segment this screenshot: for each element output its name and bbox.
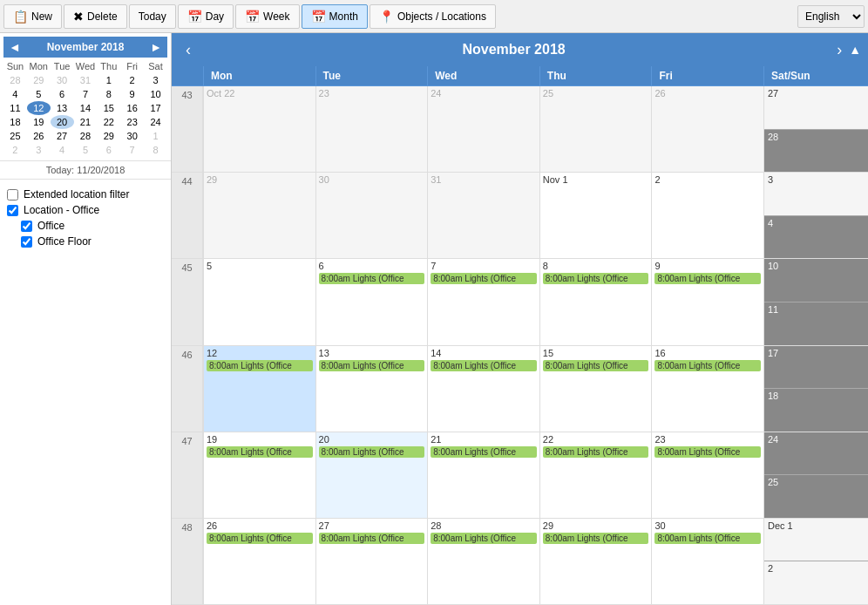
calendar-event[interactable]: 8:00am Lights (Office <box>431 446 537 458</box>
mini-cal-day[interactable]: 25 <box>3 129 27 143</box>
sunday-cell[interactable]: 2 <box>764 561 868 604</box>
mini-cal-day[interactable]: 2 <box>3 143 27 157</box>
mini-cal-day[interactable]: 30 <box>51 73 74 87</box>
calendar-day[interactable]: 88:00am Lights (Office <box>539 259 652 344</box>
cal-prev-button[interactable]: ‹ <box>179 41 198 59</box>
calendar-event[interactable]: 8:00am Lights (Office <box>319 360 425 371</box>
location-filter-item[interactable]: Location - Office <box>7 202 164 218</box>
mini-cal-day[interactable]: 16 <box>120 101 144 115</box>
mini-cal-day[interactable]: 6 <box>97 143 120 157</box>
office-floor-filter-item[interactable]: Office Floor <box>7 234 164 249</box>
mini-cal-day[interactable]: 4 <box>51 143 74 157</box>
calendar-day[interactable]: 168:00am Lights (Office <box>651 346 763 432</box>
sunday-cell[interactable]: 4 <box>764 216 868 259</box>
sunday-cell[interactable]: 25 <box>764 475 868 518</box>
mini-cal-day[interactable]: 8 <box>97 87 120 101</box>
calendar-day[interactable]: 198:00am Lights (Office <box>203 432 315 518</box>
mini-cal-day[interactable]: 15 <box>97 101 120 115</box>
mini-cal-day[interactable]: 28 <box>3 73 27 87</box>
calendar-day[interactable]: 238:00am Lights (Office <box>651 432 763 518</box>
mini-cal-day[interactable]: 10 <box>144 87 167 101</box>
calendar-day[interactable]: 25 <box>539 86 652 172</box>
day-button[interactable]: 📅 Day <box>178 4 234 29</box>
sunday-cell[interactable]: 18 <box>764 389 868 432</box>
calendar-event[interactable]: 8:00am Lights (Office <box>319 273 425 284</box>
calendar-event[interactable]: 8:00am Lights (Office <box>654 360 761 371</box>
calendar-day[interactable]: 68:00am Lights (Office <box>315 259 428 344</box>
office-floor-filter-checkbox[interactable] <box>21 236 32 248</box>
calendar-day[interactable]: 208:00am Lights (Office <box>315 432 428 518</box>
mini-cal-day[interactable]: 1 <box>144 129 167 143</box>
mini-cal-day[interactable]: 29 <box>97 129 120 143</box>
calendar-day[interactable]: 298:00am Lights (Office <box>539 519 652 604</box>
mini-cal-day[interactable]: 4 <box>3 87 27 101</box>
mini-cal-prev[interactable]: ◄ <box>9 40 21 54</box>
cal-expand-button[interactable]: ▲ <box>849 43 861 57</box>
mini-cal-day[interactable]: 12 <box>27 101 51 115</box>
calendar-event[interactable]: 8:00am Lights (Office <box>543 446 649 458</box>
calendar-event[interactable]: 8:00am Lights (Office <box>543 273 649 284</box>
calendar-day[interactable]: 31 <box>427 173 539 258</box>
mini-cal-day[interactable]: 24 <box>144 115 167 129</box>
mini-cal-day[interactable]: 9 <box>120 87 144 101</box>
mini-cal-day[interactable]: 7 <box>74 87 98 101</box>
calendar-day[interactable]: 23 <box>315 86 428 172</box>
mini-cal-day[interactable]: 13 <box>51 101 74 115</box>
calendar-event[interactable]: 8:00am Lights (Office <box>319 446 425 458</box>
calendar-day[interactable]: 148:00am Lights (Office <box>427 346 539 432</box>
objects-locations-button[interactable]: 📍 Objects / Locations <box>370 4 496 29</box>
saturday-cell[interactable]: 24 <box>764 432 868 476</box>
calendar-day[interactable]: 29 <box>203 173 315 258</box>
extended-filter-item[interactable]: Extended location filter <box>7 187 164 202</box>
calendar-day[interactable]: 30 <box>315 173 428 258</box>
office-filter-item[interactable]: Office <box>7 218 164 234</box>
mini-cal-day[interactable]: 20 <box>51 115 74 129</box>
calendar-day[interactable]: 228:00am Lights (Office <box>539 432 652 518</box>
new-button[interactable]: 📋 New <box>3 4 62 29</box>
calendar-day[interactable]: Oct 22 <box>203 86 315 172</box>
saturday-cell[interactable]: 27 <box>764 86 868 130</box>
calendar-event[interactable]: 8:00am Lights (Office <box>207 446 313 458</box>
calendar-day[interactable]: 218:00am Lights (Office <box>427 432 539 518</box>
saturday-cell[interactable]: 10 <box>764 259 868 302</box>
mini-cal-day[interactable]: 1 <box>97 73 120 87</box>
mini-cal-day[interactable]: 5 <box>27 87 51 101</box>
mini-cal-next[interactable]: ► <box>150 40 162 54</box>
mini-cal-day[interactable]: 3 <box>27 143 51 157</box>
mini-cal-day[interactable]: 17 <box>144 101 167 115</box>
mini-cal-day[interactable]: 28 <box>74 129 98 143</box>
calendar-event[interactable]: 8:00am Lights (Office <box>654 446 761 458</box>
calendar-day[interactable]: 278:00am Lights (Office <box>315 519 428 604</box>
mini-cal-day[interactable]: 18 <box>3 115 27 129</box>
mini-cal-day[interactable]: 30 <box>120 129 144 143</box>
week-button[interactable]: 📅 Week <box>235 4 299 29</box>
mini-cal-day[interactable]: 19 <box>27 115 51 129</box>
sunday-cell[interactable]: 28 <box>764 130 868 173</box>
mini-cal-day[interactable]: 27 <box>51 129 74 143</box>
delete-button[interactable]: ✖ Delete <box>64 4 127 29</box>
mini-cal-day[interactable]: 6 <box>51 87 74 101</box>
calendar-event[interactable]: 8:00am Lights (Office <box>207 360 313 371</box>
saturday-cell[interactable]: Dec 1 <box>764 519 868 562</box>
mini-cal-day[interactable]: 21 <box>74 115 98 129</box>
month-button[interactable]: 📅 Month <box>302 4 368 29</box>
saturday-cell[interactable]: 17 <box>764 346 868 390</box>
mini-cal-day[interactable]: 5 <box>74 143 98 157</box>
calendar-day[interactable]: 24 <box>427 86 539 172</box>
mini-cal-day[interactable]: 26 <box>27 129 51 143</box>
mini-cal-day[interactable]: 23 <box>120 115 144 129</box>
mini-cal-day[interactable]: 2 <box>120 73 144 87</box>
mini-cal-day[interactable]: 22 <box>97 115 120 129</box>
calendar-event[interactable]: 8:00am Lights (Office <box>207 533 313 544</box>
calendar-day[interactable]: 288:00am Lights (Office <box>427 519 539 604</box>
calendar-event[interactable]: 8:00am Lights (Office <box>543 360 649 371</box>
mini-cal-day[interactable]: 29 <box>27 73 51 87</box>
calendar-day[interactable]: 78:00am Lights (Office <box>427 259 539 344</box>
calendar-day[interactable]: 268:00am Lights (Office <box>203 519 315 604</box>
calendar-day[interactable]: 138:00am Lights (Office <box>315 346 428 432</box>
mini-cal-day[interactable]: 14 <box>74 101 98 115</box>
calendar-day[interactable]: Nov 1 <box>539 173 652 258</box>
today-button[interactable]: Today <box>129 4 176 29</box>
calendar-event[interactable]: 8:00am Lights (Office <box>319 533 425 544</box>
calendar-day[interactable]: 2 <box>651 173 763 258</box>
